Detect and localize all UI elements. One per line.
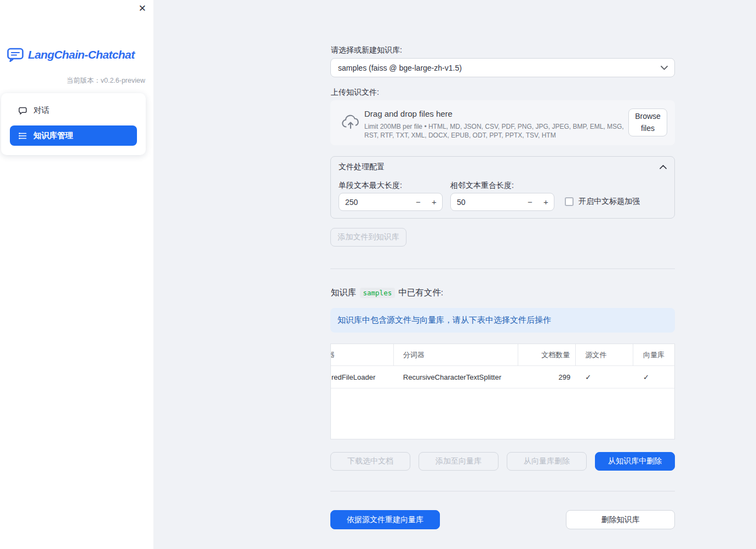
sidebar-item-label: 对话 — [33, 105, 49, 116]
table-header-loader: 器 — [331, 344, 394, 365]
upload-label: 上传知识文件: — [331, 88, 379, 98]
overlap-size-label: 相邻文本重合长度: — [450, 181, 514, 191]
table-header-doc-count: 文档数量 — [518, 344, 576, 365]
delete-kb-button[interactable]: 删除知识库 — [566, 510, 675, 529]
file-uploader-dropzone[interactable]: Drag and drop files here Limit 200MB per… — [330, 100, 675, 145]
chevron-down-icon — [661, 66, 668, 70]
overlap-increment-button[interactable]: + — [538, 193, 554, 210]
dropzone-title: Drag and drop files here — [364, 109, 453, 118]
overlap-size-value[interactable]: 50 — [451, 193, 522, 210]
zh-title-enhance-checkbox[interactable]: 开启中文标题加强 — [565, 197, 640, 207]
chunk-size-value[interactable]: 250 — [339, 193, 410, 210]
browse-files-button[interactable]: Browse files — [628, 108, 667, 136]
cloud-upload-icon — [341, 114, 360, 130]
overlap-size-input[interactable]: 50 − + — [450, 193, 554, 211]
cell-doc-count: 299 — [518, 366, 576, 388]
kb-select-label: 请选择或新建知识库: — [331, 45, 402, 55]
table-header-vectorstore: 向量库 — [633, 344, 674, 365]
delete-from-vectorstore-button[interactable]: 从向量库删除 — [507, 452, 587, 471]
checkbox-label: 开启中文标题加强 — [579, 197, 640, 207]
cell-source-check: ✓ — [576, 366, 633, 388]
sidebar-item-label: 知识库管理 — [33, 130, 73, 141]
sidebar: ✕ LangChain-Chatchat 当前版本：v0.2.6-preview — [0, 0, 153, 549]
sidebar-item-knowledge-base[interactable]: 知识库管理 — [10, 125, 137, 146]
kb-files-prefix: 知识库 — [331, 287, 357, 299]
chunk-size-increment-button[interactable]: + — [426, 193, 442, 210]
kb-name-code: samples — [360, 288, 396, 298]
list-icon — [18, 131, 27, 140]
cell-splitter: RecursiveCharacterTextSplitter — [394, 366, 519, 388]
table-header-row: 器 分词器 文档数量 源文件 向量库 — [331, 344, 674, 366]
info-banner: 知识库中包含源文件与向量库，请从下表中选择文件后操作 — [330, 308, 675, 333]
table-header-splitter: 分词器 — [394, 344, 519, 365]
config-expander-title: 文件处理配置 — [339, 162, 385, 172]
add-to-vectorstore-button[interactable]: 添加至向量库 — [419, 452, 499, 471]
config-expander: 文件处理配置 单段文本最大长度: 相邻文本重合长度: 250 − + 50 − … — [330, 156, 675, 219]
logo-text: LangChain-Chatchat — [28, 48, 135, 61]
add-files-to-kb-button[interactable]: 添加文件到知识库 — [330, 228, 406, 247]
table-header-source-file: 源文件 — [576, 344, 633, 365]
app-logo: LangChain-Chatchat — [7, 48, 135, 62]
chunk-size-label: 单段文本最大长度: — [339, 181, 402, 191]
divider — [330, 268, 675, 269]
chunk-size-input[interactable]: 250 − + — [339, 193, 443, 211]
chat-bubble-icon — [18, 106, 27, 115]
kb-selected-value: samples (faiss @ bge-large-zh-v1.5) — [338, 64, 462, 72]
table-row[interactable]: redFileLoader RecursiveCharacterTextSpli… — [331, 366, 674, 388]
rebuild-vectorstore-button[interactable]: 依据源文件重建向量库 — [330, 510, 440, 529]
sidebar-close-icon[interactable]: ✕ — [139, 4, 146, 13]
cell-vector-check: ✓ — [633, 366, 674, 388]
kb-files-line: 知识库 samples 中已有文件: — [331, 287, 443, 299]
logo-chat-icon — [7, 48, 24, 62]
cell-loader: redFileLoader — [331, 366, 394, 388]
dropzone-hint: Limit 200MB per file • HTML, MD, JSON, C… — [364, 122, 627, 140]
sidebar-item-chat[interactable]: 对话 — [10, 100, 137, 121]
kb-files-suffix: 中已有文件: — [398, 287, 443, 299]
chunk-size-decrement-button[interactable]: − — [410, 193, 426, 210]
download-selected-button[interactable]: 下载选中文档 — [330, 452, 410, 471]
sidebar-menu: 对话 知识库管理 — [1, 93, 146, 155]
divider — [330, 491, 675, 491]
info-banner-text: 知识库中包含源文件与向量库，请从下表中选择文件后操作 — [337, 315, 551, 325]
files-table[interactable]: 器 分词器 文档数量 源文件 向量库 redFileLoader Recursi… — [330, 344, 675, 439]
config-expander-header[interactable]: 文件处理配置 — [331, 157, 674, 177]
kb-selectbox[interactable]: samples (faiss @ bge-large-zh-v1.5) — [330, 58, 675, 77]
version-label: 当前版本：v0.2.6-preview — [66, 76, 145, 85]
overlap-decrement-button[interactable]: − — [522, 193, 538, 210]
main-content: 请选择或新建知识库: samples (faiss @ bge-large-zh… — [330, 0, 676, 549]
delete-from-kb-button[interactable]: 从知识库中删除 — [595, 452, 675, 471]
checkbox-box[interactable] — [565, 197, 574, 206]
chevron-up-icon — [660, 165, 667, 169]
